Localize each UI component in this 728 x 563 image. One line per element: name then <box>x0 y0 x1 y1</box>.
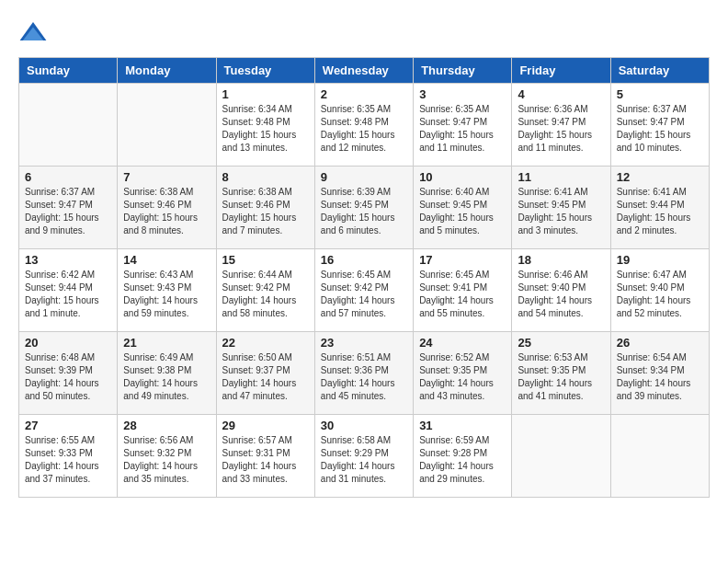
sunset: Sunset: 9:43 PM <box>123 282 191 293</box>
calendar-cell: 18 Sunrise: 6:46 AM Sunset: 9:40 PM Dayl… <box>512 249 610 332</box>
calendar-cell: 2 Sunrise: 6:35 AM Sunset: 9:48 PM Dayli… <box>314 84 413 167</box>
sunrise: Sunrise: 6:48 AM <box>25 352 95 362</box>
sunset: Sunset: 9:45 PM <box>518 200 586 210</box>
calendar-cell: 3 Sunrise: 6:35 AM Sunset: 9:47 PM Dayli… <box>414 84 512 167</box>
calendar-cell: 8 Sunrise: 6:38 AM Sunset: 9:46 PM Dayli… <box>216 167 314 249</box>
sunrise: Sunrise: 6:36 AM <box>518 104 587 114</box>
day-number: 13 <box>25 253 111 267</box>
day-number: 28 <box>123 419 210 432</box>
calendar-cell: 30 Sunrise: 6:58 AM Sunset: 9:29 PM Dayl… <box>314 415 413 498</box>
daylight: Daylight: 15 hours and 8 minutes. <box>123 213 198 236</box>
daylight: Daylight: 15 hours and 3 minutes. <box>518 213 592 236</box>
day-info: Sunrise: 6:38 AM Sunset: 9:46 PM Dayligh… <box>222 186 309 237</box>
day-number: 5 <box>617 87 703 101</box>
calendar-cell: 10 Sunrise: 6:40 AM Sunset: 9:45 PM Dayl… <box>414 167 512 249</box>
day-number: 30 <box>321 419 407 432</box>
sunrise: Sunrise: 6:40 AM <box>419 187 489 197</box>
sunrise: Sunrise: 6:38 AM <box>222 187 292 197</box>
sunset: Sunset: 9:35 PM <box>518 365 586 375</box>
sunset: Sunset: 9:31 PM <box>222 448 290 458</box>
day-info: Sunrise: 6:40 AM Sunset: 9:45 PM Dayligh… <box>419 186 506 237</box>
sunrise: Sunrise: 6:41 AM <box>617 187 687 197</box>
sunrise: Sunrise: 6:56 AM <box>123 435 193 445</box>
day-info: Sunrise: 6:56 AM Sunset: 9:32 PM Dayligh… <box>123 434 210 486</box>
day-info: Sunrise: 6:48 AM Sunset: 9:39 PM Dayligh… <box>25 351 111 403</box>
sunset: Sunset: 9:38 PM <box>123 365 191 375</box>
sunrise: Sunrise: 6:45 AM <box>321 270 391 280</box>
calendar-cell: 21 Sunrise: 6:49 AM Sunset: 9:38 PM Dayl… <box>118 332 216 415</box>
day-number: 25 <box>518 336 604 350</box>
calendar-cell: 15 Sunrise: 6:44 AM Sunset: 9:42 PM Dayl… <box>216 249 314 332</box>
sunrise: Sunrise: 6:55 AM <box>25 435 95 445</box>
day-info: Sunrise: 6:41 AM Sunset: 9:44 PM Dayligh… <box>617 186 703 237</box>
calendar-cell: 29 Sunrise: 6:57 AM Sunset: 9:31 PM Dayl… <box>216 415 314 498</box>
calendar-week-row: 6 Sunrise: 6:37 AM Sunset: 9:47 PM Dayli… <box>19 167 710 249</box>
day-info: Sunrise: 6:50 AM Sunset: 9:37 PM Dayligh… <box>222 351 309 403</box>
day-info: Sunrise: 6:45 AM Sunset: 9:41 PM Dayligh… <box>419 269 506 320</box>
sunrise: Sunrise: 6:35 AM <box>321 104 391 114</box>
calendar-week-row: 27 Sunrise: 6:55 AM Sunset: 9:33 PM Dayl… <box>19 415 710 498</box>
calendar-cell: 4 Sunrise: 6:36 AM Sunset: 9:47 PM Dayli… <box>512 84 610 167</box>
header-monday: Monday <box>118 58 216 84</box>
sunset: Sunset: 9:29 PM <box>321 448 389 458</box>
sunrise: Sunrise: 6:37 AM <box>617 104 687 114</box>
calendar-cell: 14 Sunrise: 6:43 AM Sunset: 9:43 PM Dayl… <box>118 249 216 332</box>
sunset: Sunset: 9:48 PM <box>321 117 389 127</box>
sunrise: Sunrise: 6:42 AM <box>25 270 95 280</box>
sunrise: Sunrise: 6:35 AM <box>419 104 489 114</box>
day-number: 15 <box>222 253 309 267</box>
day-info: Sunrise: 6:37 AM Sunset: 9:47 PM Dayligh… <box>25 186 111 237</box>
page-header <box>18 18 710 48</box>
day-info: Sunrise: 6:36 AM Sunset: 9:47 PM Dayligh… <box>518 103 604 155</box>
day-number: 12 <box>617 170 703 184</box>
sunrise: Sunrise: 6:53 AM <box>518 352 587 362</box>
sunrise: Sunrise: 6:45 AM <box>419 270 489 280</box>
day-number: 24 <box>419 336 506 350</box>
day-info: Sunrise: 6:49 AM Sunset: 9:38 PM Dayligh… <box>123 351 210 403</box>
sunset: Sunset: 9:41 PM <box>419 282 487 293</box>
header-thursday: Thursday <box>414 58 512 84</box>
day-number: 31 <box>419 419 506 432</box>
calendar-cell <box>118 84 216 167</box>
day-info: Sunrise: 6:47 AM Sunset: 9:40 PM Dayligh… <box>617 269 703 320</box>
day-info: Sunrise: 6:54 AM Sunset: 9:34 PM Dayligh… <box>617 351 703 403</box>
day-info: Sunrise: 6:39 AM Sunset: 9:45 PM Dayligh… <box>321 186 407 237</box>
header-friday: Friday <box>512 58 610 84</box>
sunset: Sunset: 9:28 PM <box>419 448 487 458</box>
day-info: Sunrise: 6:43 AM Sunset: 9:43 PM Dayligh… <box>123 269 210 320</box>
sunrise: Sunrise: 6:46 AM <box>518 270 587 280</box>
calendar-header-row: SundayMondayTuesdayWednesdayThursdayFrid… <box>19 58 710 84</box>
day-info: Sunrise: 6:37 AM Sunset: 9:47 PM Dayligh… <box>617 103 703 155</box>
day-number: 14 <box>123 253 210 267</box>
day-info: Sunrise: 6:55 AM Sunset: 9:33 PM Dayligh… <box>25 434 111 486</box>
sunset: Sunset: 9:45 PM <box>321 200 389 210</box>
sunrise: Sunrise: 6:51 AM <box>321 352 391 362</box>
calendar-cell <box>610 415 709 498</box>
sunset: Sunset: 9:34 PM <box>617 365 685 375</box>
daylight: Daylight: 14 hours and 45 minutes. <box>321 378 395 401</box>
daylight: Daylight: 15 hours and 2 minutes. <box>617 213 691 236</box>
sunset: Sunset: 9:33 PM <box>25 448 93 458</box>
daylight: Daylight: 14 hours and 58 minutes. <box>222 295 297 318</box>
calendar-cell: 19 Sunrise: 6:47 AM Sunset: 9:40 PM Dayl… <box>610 249 709 332</box>
day-number: 22 <box>222 336 309 350</box>
day-number: 20 <box>25 336 111 350</box>
calendar-week-row: 13 Sunrise: 6:42 AM Sunset: 9:44 PM Dayl… <box>19 249 710 332</box>
calendar-cell: 1 Sunrise: 6:34 AM Sunset: 9:48 PM Dayli… <box>216 84 314 167</box>
sunset: Sunset: 9:42 PM <box>222 282 290 293</box>
day-number: 6 <box>25 170 111 184</box>
calendar-cell: 17 Sunrise: 6:45 AM Sunset: 9:41 PM Dayl… <box>414 249 512 332</box>
daylight: Daylight: 14 hours and 29 minutes. <box>419 461 494 484</box>
day-info: Sunrise: 6:52 AM Sunset: 9:35 PM Dayligh… <box>419 351 506 403</box>
day-number: 27 <box>25 419 111 432</box>
sunset: Sunset: 9:47 PM <box>518 117 586 127</box>
daylight: Daylight: 14 hours and 47 minutes. <box>222 378 297 401</box>
day-number: 1 <box>222 87 309 101</box>
sunset: Sunset: 9:46 PM <box>123 200 191 210</box>
sunset: Sunset: 9:44 PM <box>617 200 685 210</box>
sunset: Sunset: 9:46 PM <box>222 200 290 210</box>
sunrise: Sunrise: 6:43 AM <box>123 270 193 280</box>
day-number: 2 <box>321 87 407 101</box>
calendar-cell: 5 Sunrise: 6:37 AM Sunset: 9:47 PM Dayli… <box>610 84 709 167</box>
sunset: Sunset: 9:45 PM <box>419 200 487 210</box>
